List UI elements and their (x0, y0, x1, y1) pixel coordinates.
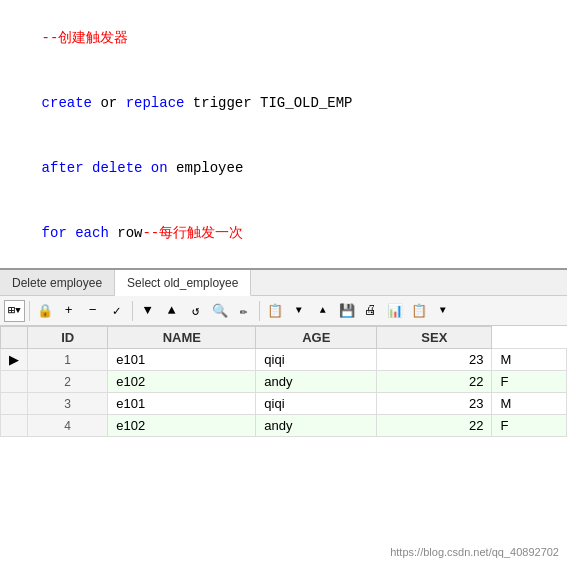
cell-id: e101 (108, 393, 256, 415)
cell-age: 22 (377, 415, 492, 437)
cell-age: 22 (377, 371, 492, 393)
comment-text: --创建触发器 (42, 30, 129, 46)
cell-name: andy (256, 415, 377, 437)
move-down-button[interactable]: ▼ (137, 300, 159, 322)
refresh-button[interactable]: ↺ (185, 300, 207, 322)
row-arrow (1, 371, 28, 393)
col-header-id: ID (28, 327, 108, 349)
edit-button[interactable]: ✏ (233, 300, 255, 322)
cell-sex: F (492, 415, 567, 437)
move-up-button[interactable]: ▲ (161, 300, 183, 322)
cell-id: e101 (108, 349, 256, 371)
separator-1 (29, 301, 30, 321)
confirm-button[interactable]: ✓ (106, 300, 128, 322)
col-header-rownum (1, 327, 28, 349)
col-header-name: NAME (108, 327, 256, 349)
cell-sex: M (492, 349, 567, 371)
separator-2 (132, 301, 133, 321)
cell-id: e102 (108, 415, 256, 437)
export-button[interactable]: 📋 (408, 300, 430, 322)
save-button[interactable]: 💾 (336, 300, 358, 322)
cell-id: e102 (108, 371, 256, 393)
cell-name: qiqi (256, 393, 377, 415)
tab-select-old-employee[interactable]: Select old_employee (115, 270, 251, 296)
print-button[interactable]: 🖨 (360, 300, 382, 322)
code-line-4: for each row--每行触发一次 (8, 201, 559, 266)
row-number: 1 (28, 349, 108, 371)
separator-3 (259, 301, 260, 321)
tab-delete-employee[interactable]: Delete employee (0, 270, 115, 295)
row-number: 2 (28, 371, 108, 393)
cell-age: 23 (377, 349, 492, 371)
code-line-5: begin (8, 266, 559, 270)
arrow-up-button[interactable]: ▲ (312, 300, 334, 322)
code-editor: --创建触发器 create or replace trigger TIG_OL… (0, 0, 567, 270)
row-arrow (1, 415, 28, 437)
row-arrow: ▶ (1, 349, 28, 371)
tabs-bar: Delete employee Select old_employee (0, 270, 567, 296)
col-header-age: AGE (256, 327, 377, 349)
copy-button[interactable]: 📋 (264, 300, 286, 322)
watermark: https://blog.csdn.net/qq_40892702 (390, 546, 559, 558)
table-row: 4e102andy22F (1, 415, 567, 437)
row-number: 3 (28, 393, 108, 415)
toolbar: ⊞ ▼ 🔒 + − ✓ ▼ ▲ ↺ 🔍 ✏ 📋 ▼ ▲ 💾 🖨 📊 📋 ▼ (0, 296, 567, 326)
dropdown-arrow: ▼ (15, 306, 20, 316)
table-row: 3e101qiqi23M (1, 393, 567, 415)
cell-name: andy (256, 371, 377, 393)
col-header-sex: SEX (377, 327, 492, 349)
grid-icon: ⊞ (8, 303, 15, 318)
cell-name: qiqi (256, 349, 377, 371)
code-line-1: --创建触发器 (8, 6, 559, 71)
data-grid: ID NAME AGE SEX ▶1e101qiqi23M2e102andy22… (0, 326, 567, 562)
code-line-3: after delete on employee (8, 136, 559, 201)
add-row-button[interactable]: + (58, 300, 80, 322)
cell-sex: M (492, 393, 567, 415)
grid-view-dropdown[interactable]: ⊞ ▼ (4, 300, 25, 322)
code-line-2: create or replace trigger TIG_OLD_EMP (8, 71, 559, 136)
table-row: ▶1e101qiqi23M (1, 349, 567, 371)
results-table: ID NAME AGE SEX ▶1e101qiqi23M2e102andy22… (0, 326, 567, 437)
row-arrow (1, 393, 28, 415)
remove-row-button[interactable]: − (82, 300, 104, 322)
chart-button[interactable]: 📊 (384, 300, 406, 322)
row-number: 4 (28, 415, 108, 437)
cell-sex: F (492, 371, 567, 393)
search-button[interactable]: 🔍 (209, 300, 231, 322)
lock-button[interactable]: 🔒 (34, 300, 56, 322)
table-row: 2e102andy22F (1, 371, 567, 393)
arrow-down-button[interactable]: ▼ (288, 300, 310, 322)
more-button[interactable]: ▼ (432, 300, 454, 322)
cell-age: 23 (377, 393, 492, 415)
